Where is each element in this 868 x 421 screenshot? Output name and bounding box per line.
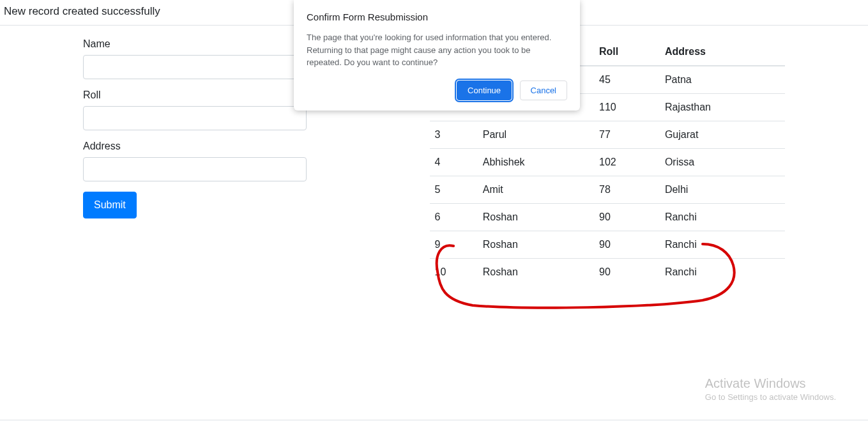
roll-input[interactable] — [83, 106, 307, 130]
cancel-button[interactable]: Cancel — [520, 80, 567, 100]
cell-id: 10 — [430, 259, 478, 286]
table-row: 5Amit78Delhi — [430, 176, 785, 204]
dialog-body: The page that you're looking for used in… — [307, 31, 567, 69]
cell-name: Amit — [478, 176, 594, 204]
cell-roll: 90 — [594, 204, 660, 231]
address-label: Address — [83, 141, 411, 152]
name-input[interactable] — [83, 55, 307, 79]
table-row: 3Parul77Gujarat — [430, 121, 785, 149]
cell-roll: 45 — [594, 66, 660, 94]
dialog-line3: Do you want to continue? — [344, 57, 438, 67]
cell-id: 9 — [430, 231, 478, 259]
cell-roll: 90 — [594, 231, 660, 259]
cell-address: Ranchi — [660, 231, 785, 259]
watermark-title: Activate Windows — [705, 376, 836, 391]
cell-address: Delhi — [660, 176, 785, 204]
watermark-sub: Go to Settings to activate Windows. — [705, 392, 836, 402]
address-input[interactable] — [83, 157, 307, 181]
cell-roll: 102 — [594, 149, 660, 176]
form-group-address: Address — [83, 141, 411, 181]
cell-id: 6 — [430, 204, 478, 231]
cell-address: Orissa — [660, 149, 785, 176]
th-roll: Roll — [594, 38, 660, 66]
cell-address: Rajasthan — [660, 94, 785, 121]
cell-roll: 78 — [594, 176, 660, 204]
dialog-line1: The page that you're looking for used in… — [307, 33, 551, 42]
table-row: 4Abhishek102Orissa — [430, 149, 785, 176]
cell-roll: 77 — [594, 121, 660, 149]
cell-name: Roshan — [478, 231, 594, 259]
submit-button[interactable]: Submit — [83, 192, 137, 218]
th-address: Address — [660, 38, 785, 66]
cell-name: Roshan — [478, 204, 594, 231]
cell-name: Abhishek — [478, 149, 594, 176]
cell-address: Ranchi — [660, 204, 785, 231]
cell-address: Ranchi — [660, 259, 785, 286]
cell-name: Roshan — [478, 259, 594, 286]
dialog-actions: Continue Cancel — [307, 80, 567, 100]
cell-address: Patna — [660, 66, 785, 94]
cell-address: Gujarat — [660, 121, 785, 149]
table-row: 9Roshan90Ranchi — [430, 231, 785, 259]
cell-id: 4 — [430, 149, 478, 176]
cell-roll: 110 — [594, 94, 660, 121]
cell-id: 5 — [430, 176, 478, 204]
cell-name: Parul — [478, 121, 594, 149]
table-row: 10Roshan90Ranchi — [430, 259, 785, 286]
table-row: 6Roshan90Ranchi — [430, 204, 785, 231]
cell-id: 3 — [430, 121, 478, 149]
continue-button[interactable]: Continue — [457, 80, 512, 100]
cell-roll: 90 — [594, 259, 660, 286]
confirm-resubmission-dialog: Confirm Form Resubmission The page that … — [294, 0, 580, 111]
dialog-title: Confirm Form Resubmission — [307, 11, 567, 22]
windows-activation-watermark: Activate Windows Go to Settings to activ… — [705, 376, 836, 402]
